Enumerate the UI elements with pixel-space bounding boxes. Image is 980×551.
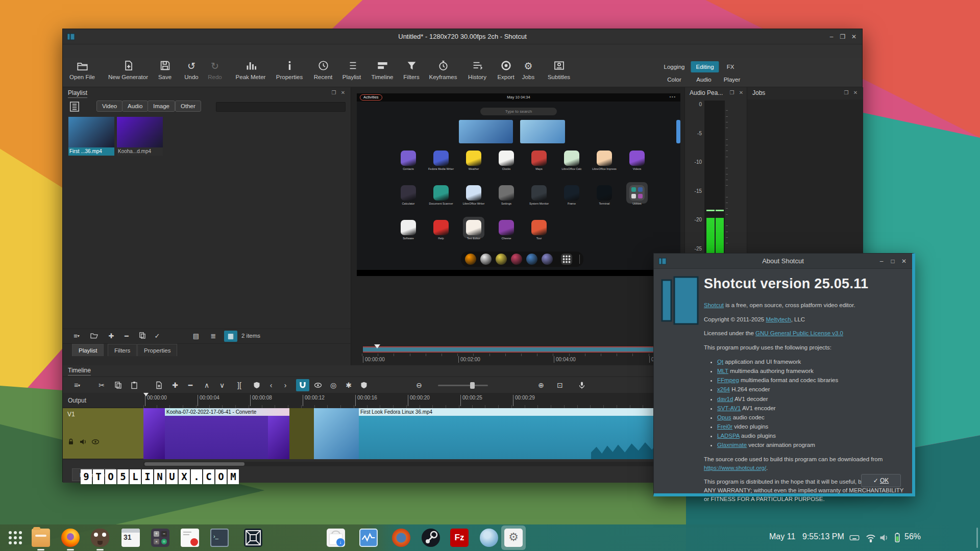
playlist-item[interactable]: Kooha...d.mp4 [117, 117, 163, 156]
track-lock-icon[interactable] [67, 438, 75, 448]
preview-scrubber[interactable] [362, 345, 679, 354]
about-maximize-button[interactable]: □ [889, 257, 897, 265]
layout-tab-logging[interactable]: Logging [659, 61, 690, 72]
gnome-app-clocks[interactable] [499, 151, 514, 166]
audio-panel-close-icon[interactable]: ✕ [738, 90, 745, 95]
snap-button[interactable] [296, 379, 309, 391]
gnome-app-terminal[interactable] [597, 185, 612, 201]
gnome-app-libreoffice-writer[interactable] [466, 185, 481, 201]
dock-screenshot[interactable] [496, 254, 507, 265]
playlist-item[interactable]: First ...36.mp4 [68, 117, 114, 156]
open-item-button[interactable] [87, 331, 101, 342]
taskbar-app-calendar[interactable]: 31 [121, 529, 140, 547]
tab-properties[interactable]: Properties [137, 344, 177, 356]
add-button[interactable]: ✚ [168, 379, 182, 391]
gnome-app-frame[interactable] [564, 185, 579, 201]
battery-icon[interactable] [892, 533, 902, 545]
dock-colors[interactable] [511, 254, 522, 265]
project-link-qt[interactable]: Qt [717, 359, 723, 365]
about-minimize-button[interactable]: – [877, 257, 886, 265]
ripple-markers-button[interactable] [357, 379, 371, 391]
gnome-app-utilities[interactable] [629, 185, 645, 201]
remove-item-button[interactable]: ━ [120, 331, 133, 342]
source-link[interactable]: https://www.shotcut.org/ [704, 465, 766, 471]
previous-marker-button[interactable]: ‹ [264, 379, 278, 391]
gnome-app-fedora-media-writer[interactable] [433, 151, 449, 166]
view-list-button[interactable]: ≣ [207, 331, 220, 342]
record-audio-button[interactable] [575, 379, 589, 391]
project-link-frei0r[interactable]: Frei0r [717, 423, 732, 430]
project-link-x264[interactable]: x264 [717, 386, 730, 392]
marker-button[interactable] [250, 379, 263, 391]
volume-icon[interactable] [879, 533, 889, 545]
taskbar-app-calculator[interactable]: +−×= [151, 529, 169, 547]
show-desktop-button[interactable] [976, 528, 978, 548]
dock-photos[interactable] [542, 254, 553, 265]
license-link[interactable]: GNU General Public License v3.0 [755, 330, 843, 336]
taskbar-date[interactable]: May 11 [769, 532, 795, 541]
toolbar-open-file[interactable]: Open File [59, 60, 105, 80]
track-mute-icon[interactable] [79, 438, 87, 448]
gnome-app-software[interactable] [401, 220, 416, 235]
zoom-timeline-out-button[interactable]: ⊖ [412, 379, 426, 391]
jobs-float-icon[interactable]: ❐ [843, 90, 850, 95]
taskbar-app-system-monitor[interactable] [359, 529, 378, 547]
minimize-button[interactable]: – [827, 33, 836, 41]
ripple-button[interactable]: ◎ [327, 379, 340, 391]
project-link-ffmpeg[interactable]: FFmpeg [717, 377, 739, 383]
audio-panel-float-icon[interactable]: ❐ [728, 90, 736, 95]
gnome-app-document-scanner[interactable] [433, 185, 449, 201]
taskbar-app-gimp[interactable] [91, 529, 109, 547]
project-link-svt-av1[interactable]: SVT-AV1 [717, 405, 741, 411]
gnome-app-maps[interactable] [531, 151, 547, 166]
project-link-opus[interactable]: Opus [717, 414, 731, 420]
layout-tab-color[interactable]: Color [662, 74, 686, 85]
taskbar-app-web-browser[interactable] [480, 529, 498, 547]
gnome-app-cheese[interactable] [499, 220, 514, 235]
lift-button[interactable]: ∧ [200, 379, 213, 391]
scrub-while-dragging-button[interactable] [311, 379, 325, 391]
gnome-app-help[interactable] [433, 220, 449, 235]
ripple-all-tracks-button[interactable]: ✱ [342, 379, 355, 391]
taskbar-app-filezilla[interactable]: Fz [450, 529, 469, 547]
taskbar-app-media-player[interactable] [392, 529, 410, 547]
scrubber-playhead[interactable] [374, 344, 380, 352]
append-button[interactable] [152, 379, 165, 391]
playlist-float-icon[interactable]: ❐ [330, 90, 337, 95]
split-button[interactable]: ][ [233, 379, 246, 391]
project-link-ladspa[interactable]: LADSPA [717, 433, 740, 439]
playlist-filter-image[interactable]: Image [148, 101, 175, 112]
toolbar-subtitles[interactable]: Subtitles [536, 60, 582, 80]
taskbar-app-files[interactable] [32, 529, 50, 547]
shotcut-link[interactable]: Shotcut [704, 302, 724, 308]
maximize-button[interactable]: ❐ [839, 33, 847, 41]
dock-firefox[interactable] [465, 254, 476, 265]
taskbar-app-frame[interactable] [244, 529, 262, 547]
playlist-filter-audio[interactable]: Audio [122, 101, 148, 112]
video-preview[interactable]: Activities May 10 04:34 ••• Type to sear… [357, 93, 680, 276]
taskbar-clock[interactable]: 9:55:13 PM [802, 532, 844, 541]
layout-tab-editing[interactable]: Editing [691, 61, 719, 72]
add-item-button[interactable]: ✚ [105, 331, 118, 342]
gnome-app-libreoffice-impress[interactable] [597, 151, 612, 166]
gnome-app-weather[interactable] [466, 151, 481, 166]
view-icons-button[interactable]: ▦ [224, 331, 237, 342]
project-link-mlt[interactable]: MLT [717, 368, 728, 374]
zoom-timeline-fit-button[interactable]: ⊡ [553, 379, 567, 391]
tab-filters[interactable]: Filters [108, 344, 137, 356]
dock-files[interactable] [480, 254, 492, 265]
meltytech-link[interactable]: Meltytech [766, 316, 791, 322]
playlist-close-icon[interactable]: ✕ [339, 90, 347, 95]
dock-writer[interactable] [526, 254, 537, 265]
about-title-bar[interactable]: About Shotcut – □ ✕ [654, 254, 912, 269]
taskbar-app-settings[interactable]: ⚙ [504, 529, 523, 547]
cut-button[interactable]: ✂ [95, 379, 108, 391]
jobs-close-icon[interactable]: ✕ [852, 90, 859, 95]
gnome-app-contacts[interactable] [401, 151, 416, 166]
timeline-menu-button[interactable]: ≡▾ [70, 379, 84, 391]
track-hide-icon[interactable] [91, 438, 100, 448]
playlist-menu-button[interactable]: ≡▾ [70, 331, 83, 342]
view-details-button[interactable]: ▤ [189, 331, 203, 342]
playlist-filter-video[interactable]: Video [96, 101, 122, 112]
close-button[interactable]: ✕ [850, 33, 858, 41]
